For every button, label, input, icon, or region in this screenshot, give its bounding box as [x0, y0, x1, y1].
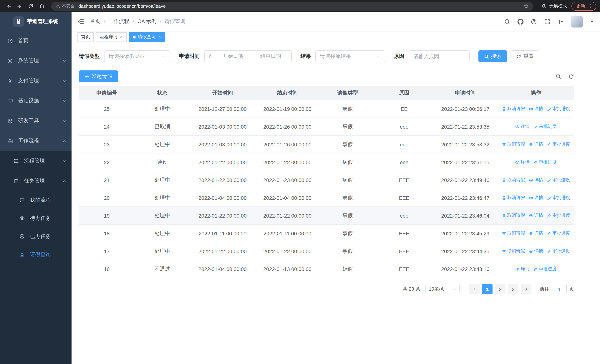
url-bar[interactable]: 不安全 dashboard.yudao.iocoder.cn/bpm/oa/le… — [51, 2, 533, 10]
detail-link[interactable]: 详情 — [529, 177, 543, 183]
approval-progress-link[interactable]: 审批进度 — [547, 195, 570, 201]
browser-reload-button[interactable] — [26, 1, 36, 11]
cell-actions: 取消请假 详情 审批进度 — [498, 195, 574, 201]
cell-reason: EEE — [375, 177, 433, 183]
detail-link[interactable]: 详情 — [529, 230, 543, 236]
tab-process-detail[interactable]: 流程详情 — [96, 32, 127, 42]
cell-type: 病假 — [320, 105, 375, 112]
help-icon[interactable] — [531, 18, 537, 25]
cell-id: 21 — [79, 177, 134, 183]
search-button[interactable]: 搜索 — [478, 50, 507, 62]
cancel-leave-link[interactable]: 取消请假 — [502, 141, 525, 148]
approval-progress-link[interactable]: 审批进度 — [547, 212, 570, 219]
approval-progress-link[interactable]: 审批进度 — [547, 106, 570, 112]
tab-home[interactable]: 首页 — [77, 32, 94, 42]
detail-link[interactable]: 详情 — [515, 266, 530, 272]
cell-applied: 2022-01-22 23:43:16 — [433, 266, 498, 272]
browser-toolbar: 不安全 dashboard.yudao.iocoder.cn/bpm/oa/le… — [0, 0, 600, 12]
table-header-row: 申请编号 状态 开始时间 结束时间 请假类型 原因 申请时间 操作 — [79, 86, 574, 100]
create-leave-button[interactable]: 发起请假 — [79, 70, 118, 82]
site-security-chip[interactable]: 不安全 — [56, 3, 75, 9]
cell-actions: 详情 审批进度 — [498, 123, 574, 130]
sidebar-item-workflow[interactable]: 工作流程 — [0, 131, 72, 151]
close-icon[interactable] — [120, 35, 123, 38]
sidebar-item-infrastructure[interactable]: 基础设施 — [0, 91, 72, 111]
cancel-leave-link[interactable]: 取消请假 — [502, 248, 525, 254]
sidebar-item-todo-tasks[interactable]: 待办任务 — [0, 209, 72, 227]
detail-link[interactable]: 详情 — [515, 159, 530, 165]
cancel-leave-link[interactable]: 取消请假 — [502, 106, 525, 112]
breadcrumb-item-workflow[interactable]: 工作流程 — [109, 18, 129, 25]
leave-query-page: 请假类型 请选择请假类型 申请时间 开始日期 - 结束日期 结果 请选择流 — [72, 44, 600, 364]
column-header: 结束时间 — [255, 90, 320, 96]
sidebar-collapse-button[interactable] — [77, 18, 84, 25]
chrome-update-button[interactable]: 更新 — [572, 2, 596, 10]
breadcrumb: 首页 / 工作流程 / OA 示例 / 请假查询 — [90, 18, 185, 25]
detail-link[interactable]: 详情 — [529, 212, 543, 219]
cancel-leave-link[interactable]: 取消请假 — [502, 230, 525, 236]
briefcase-icon — [7, 138, 13, 144]
app-logo[interactable]: 芋道管理系统 — [0, 12, 72, 31]
page-button-2[interactable]: 2 — [495, 284, 506, 294]
bookmark-star-icon[interactable] — [523, 3, 529, 9]
sidebar-item-my-processes[interactable]: 我的流程 — [0, 191, 72, 209]
sidebar-item-leave-query[interactable]: 请假查询 — [0, 245, 72, 263]
approval-progress-link[interactable]: 审批进度 — [547, 230, 570, 236]
reset-button[interactable]: 重置 — [511, 50, 539, 62]
result-select[interactable]: 请选择流结果 — [315, 50, 385, 62]
sidebar-item-process-management[interactable]: 流程管理 — [0, 151, 72, 171]
approval-progress-link[interactable]: 审批进度 — [547, 248, 570, 254]
search-icon[interactable] — [504, 18, 510, 25]
detail-link[interactable]: 详情 — [529, 248, 543, 254]
close-icon[interactable] — [158, 35, 161, 38]
github-icon[interactable] — [517, 18, 524, 25]
fullscreen-icon[interactable] — [544, 18, 550, 25]
caret-down-icon[interactable] — [590, 19, 594, 24]
leave-type-select[interactable]: 请选择请假类型 — [104, 50, 170, 62]
cancel-leave-link[interactable]: 取消请假 — [502, 177, 525, 183]
sidebar-item-home[interactable]: 首页 — [0, 31, 72, 51]
browser-home-button[interactable] — [37, 1, 47, 11]
reason-input[interactable] — [413, 53, 465, 59]
detail-link[interactable]: 详情 — [515, 123, 530, 130]
breadcrumb-item-home[interactable]: 首页 — [90, 18, 100, 25]
browser-back-button[interactable] — [4, 1, 13, 11]
refresh-table-button[interactable] — [569, 74, 574, 79]
sidebar-item-dev-tools[interactable]: 研发工具 — [0, 111, 72, 131]
prev-page-button[interactable] — [469, 284, 479, 294]
next-page-button[interactable] — [521, 284, 531, 294]
apply-time-label: 申请时间 — [179, 53, 200, 60]
cell-status: 通过 — [134, 159, 190, 166]
approval-progress-link[interactable]: 审批进度 — [533, 159, 557, 165]
sidebar-item-label: 研发工具 — [18, 118, 39, 124]
detail-link[interactable]: 详情 — [529, 141, 543, 148]
user-avatar[interactable] — [571, 15, 583, 28]
approval-progress-link[interactable]: 审批进度 — [547, 177, 570, 183]
page-button-3[interactable]: 3 — [508, 284, 518, 294]
apply-time-range-picker[interactable]: 开始日期 - 结束日期 — [204, 50, 292, 62]
sidebar-item-task-management[interactable]: 任务管理 — [0, 171, 72, 191]
cell-type: 病假 — [320, 159, 375, 166]
approval-progress-link[interactable]: 审批进度 — [533, 266, 557, 272]
sidebar-item-label: 我的流程 — [30, 197, 51, 203]
cancel-leave-link[interactable]: 取消请假 — [502, 212, 525, 219]
sidebar-item-system-management[interactable]: 系统管理 — [0, 51, 72, 71]
page-button-1[interactable]: 1 — [482, 284, 493, 294]
page-size-select[interactable]: 10条/页 — [425, 284, 459, 294]
breadcrumb-item-oa-example[interactable]: OA 示例 — [138, 18, 157, 25]
browser-forward-button[interactable] — [15, 1, 24, 11]
cancel-leave-link[interactable]: 取消请假 — [502, 195, 525, 201]
chevron-down-icon — [62, 119, 66, 123]
goto-page-input[interactable] — [552, 284, 567, 294]
font-size-icon[interactable] — [557, 18, 564, 25]
sidebar-item-payment-management[interactable]: 支付管理 — [0, 71, 72, 91]
detail-link[interactable]: 详情 — [529, 106, 543, 112]
tab-leave-query[interactable]: 请假查询 — [129, 32, 165, 42]
sidebar-item-done-tasks[interactable]: 已办任务 — [0, 227, 72, 245]
detail-link[interactable]: 详情 — [529, 195, 543, 201]
cell-reason: eee — [375, 141, 433, 147]
approval-progress-link[interactable]: 审批进度 — [547, 141, 570, 148]
approval-progress-link[interactable]: 审批进度 — [533, 123, 557, 130]
toggle-search-button[interactable] — [555, 74, 561, 79]
cell-actions: 取消请假 详情 审批进度 — [498, 230, 574, 236]
